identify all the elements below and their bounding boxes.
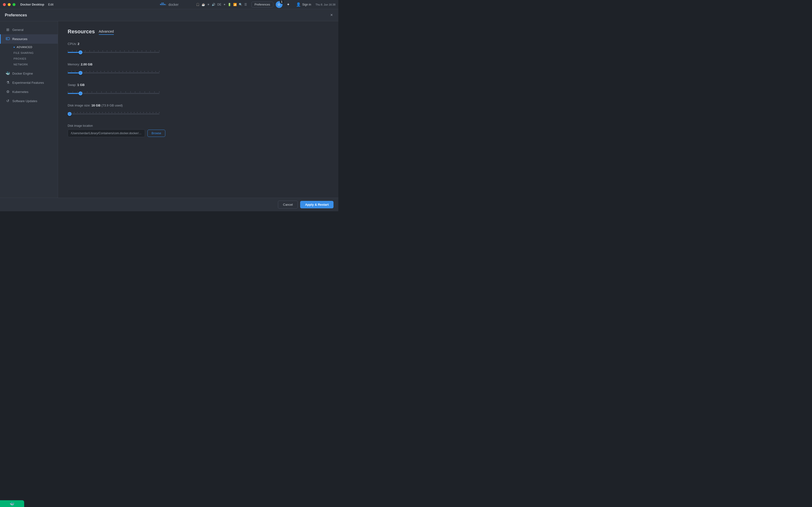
settings-button[interactable]: ⚙ 1 [276,1,283,8]
disk-size-label: Disk image size: 16 GB (73.9 GB used) [68,104,329,107]
advanced-tab[interactable]: Advanced [99,29,114,35]
notification-button[interactable]: ✦ [285,1,292,8]
preferences-footer: Cancel Apply & Restart [0,198,338,211]
menu-bar: Docker Desktop Edit [20,3,53,6]
sidebar-item-general[interactable]: ⊞ General [0,25,58,34]
cancel-button[interactable]: Cancel [278,201,298,209]
general-icon: ⊞ [6,27,10,32]
title-bar: Docker Desktop Edit docker 🎧 ☕ ☀ 🔊 DE ✶ … [0,0,338,9]
sidebar-sub-advanced[interactable]: ADVANCED [12,44,58,50]
docker-logo-icon [160,2,166,7]
memory-slider-thumb[interactable] [79,71,83,75]
maximize-window-button[interactable] [12,3,15,6]
title-center: docker [160,2,179,7]
preferences-title: Preferences [5,13,27,17]
notification-badge: 1 [280,0,284,4]
memory-section: Memory: 2.00 GB [68,62,329,75]
disk-tick-row [68,112,159,113]
file-sharing-label: FILE SHARING [13,51,34,54]
preferences-header: Preferences × [0,9,338,21]
sidebar-subitems: ADVANCED FILE SHARING PROXIES NETWORK [0,44,58,67]
cpu-slider-thumb[interactable] [79,50,83,54]
user-icon: 👤 [296,2,301,7]
sidebar-sub-network[interactable]: NETWORK [12,62,58,67]
menu-edit[interactable]: Edit [48,3,53,6]
disk-used-label: (73.9 GB used) [101,104,122,107]
preferences-window: Preferences × ⊞ General Resources [0,9,338,211]
page-header: Resources Advanced [68,29,329,35]
sidebar-sub-file-sharing[interactable]: FILE SHARING [12,50,58,56]
menu-app[interactable]: Docker Desktop [20,3,44,6]
cpu-label: CPUs: 2 [68,42,329,46]
headphone-icon: 🎧 [196,3,200,6]
svg-rect-2 [163,4,164,5]
close-window-button[interactable] [3,3,6,6]
swap-slider-thumb[interactable] [79,92,83,95]
app-title: docker [168,3,179,6]
volume-icon: 🔊 [212,3,215,6]
svg-rect-3 [161,3,162,4]
network-label: NETWORK [13,63,28,66]
preferences-body: ⊞ General Resources ADVANCED [0,21,338,198]
traffic-lights [3,3,15,6]
sidebar-item-resources[interactable]: Resources [0,34,58,44]
disk-location-label: Disk image location [68,124,329,127]
sidebar-item-experimental[interactable]: ⚗ Experimental Features [0,78,58,87]
page-title: Resources [68,29,95,35]
main-content: Resources Advanced CPUs: 2 [58,21,338,198]
disk-slider-thumb[interactable] [68,112,71,116]
dot-icon [13,47,15,48]
search-icon[interactable]: 🔍 [239,3,242,6]
resources-icon [6,37,10,41]
svg-rect-1 [161,4,162,5]
disk-size-section: Disk image size: 16 GB (73.9 GB used) [68,104,329,116]
sidebar-item-kubernetes[interactable]: ⚙ Kubernetes [0,87,58,96]
bell-icon: ✦ [287,2,290,7]
memory-slider-track [68,72,159,73]
wifi-icon: 📶 [233,3,237,6]
memory-slider-container [68,69,329,75]
sidebar-item-docker-engine-label: Docker Engine [12,72,33,75]
sidebar-sub-proxies[interactable]: PROXIES [12,56,58,62]
apply-restart-button[interactable]: Apply & Restart [300,201,334,208]
user-button[interactable]: 👤 Sign in [294,1,313,8]
svg-rect-4 [163,3,164,4]
disk-slider-container [68,110,329,116]
datetime-label: Thu 8. Jun 16:38 [315,3,336,6]
disk-location-input[interactable]: /Users/serdar/Library/Containers/com.doc… [68,129,145,137]
title-bar-actions: 🎧 ☕ ☀ 🔊 DE ✶ 🔋 📶 🔍 ☰ Preferences ⚙ 1 ✦ 👤… [196,1,336,8]
svg-rect-5 [164,4,165,5]
sidebar: ⊞ General Resources ADVANCED [0,21,58,198]
sign-in-label: Sign in [302,3,311,6]
disk-location-section: Disk image location /Users/serdar/Librar… [68,124,329,137]
software-updates-icon: ↺ [6,99,10,103]
cpu-slider-track [68,52,159,53]
svg-rect-7 [6,38,7,39]
swap-slider-container [68,90,329,96]
docker-engine-icon: 🐳 [6,71,10,75]
coffee-icon: ☕ [202,3,205,6]
sidebar-item-kubernetes-label: Kubernetes [12,90,29,94]
battery-icon: 🔋 [227,3,231,6]
brightness-icon: ☀ [207,3,210,6]
experimental-icon: ⚗ [6,80,10,85]
memory-label: Memory: 2.00 GB [68,62,329,66]
bluetooth-icon: ✶ [223,3,226,6]
cpu-section: CPUs: 2 [68,42,329,55]
disk-slider-track [68,113,159,114]
swap-label: Swap: 1 GB [68,83,329,87]
upgrade-button[interactable]: Preferences [251,2,273,7]
sidebar-item-docker-engine[interactable]: 🐳 Docker Engine [0,69,58,78]
close-preferences-button[interactable]: × [329,12,335,18]
advanced-label: ADVANCED [17,46,33,49]
sidebar-item-software-updates[interactable]: ↺ Software Updates [0,96,58,106]
sidebar-item-software-updates-label: Software Updates [12,99,37,103]
browse-button[interactable]: Browse [147,130,165,137]
notification-center-icon[interactable]: ☰ [244,3,247,6]
sidebar-item-resources-label: Resources [12,37,27,41]
sidebar-item-general-label: General [12,28,23,32]
swap-slider-track [68,93,159,94]
minimize-window-button[interactable] [8,3,11,6]
swap-section: Swap: 1 GB [68,83,329,96]
proxies-label: PROXIES [13,57,27,60]
